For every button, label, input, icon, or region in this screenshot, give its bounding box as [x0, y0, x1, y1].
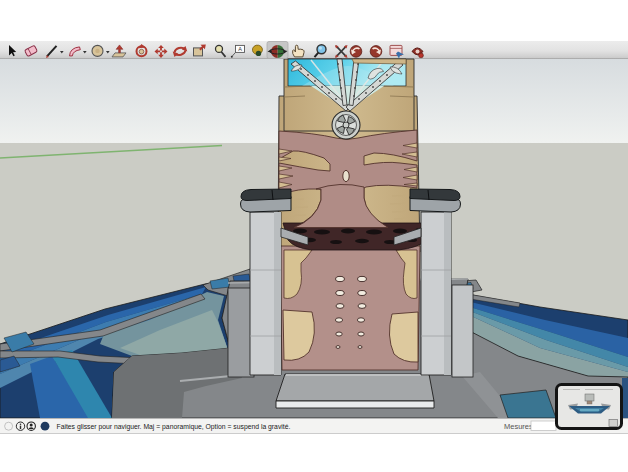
svg-text:Mesures: Mesures [504, 422, 533, 431]
svg-text:Faites glisser pour naviguer.: Faites glisser pour naviguer. Maj = pano… [57, 423, 291, 431]
svg-text:A: A [238, 46, 242, 52]
